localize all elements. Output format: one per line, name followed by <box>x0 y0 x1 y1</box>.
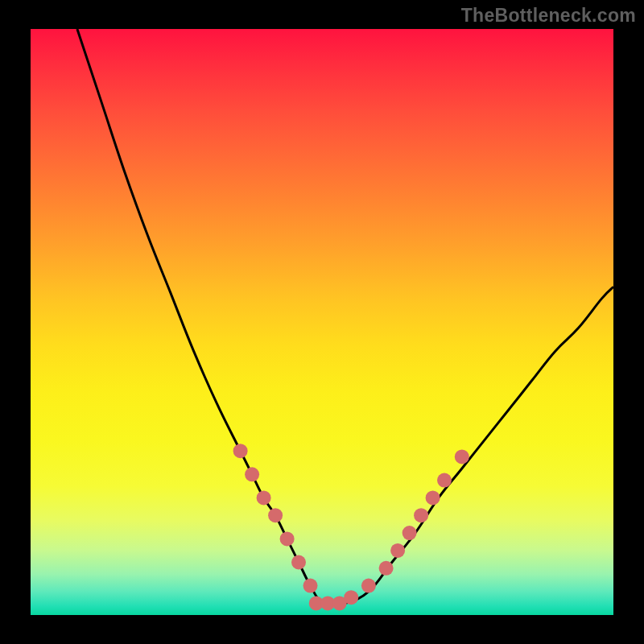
marker-point <box>361 579 376 593</box>
bottleneck-curve <box>77 29 613 605</box>
marker-point <box>455 449 469 464</box>
marker-point <box>426 490 440 505</box>
chart-svg <box>31 29 613 615</box>
marker-point <box>245 467 259 481</box>
marker-point <box>379 561 394 576</box>
marker-point <box>257 490 271 505</box>
marker-point <box>233 444 248 458</box>
marker-point <box>280 531 295 546</box>
marker-point <box>303 579 318 593</box>
marker-point <box>437 473 452 488</box>
marker-point <box>414 508 428 522</box>
marker-point <box>402 526 417 540</box>
plot-area <box>31 29 613 615</box>
chart-frame: TheBottleneck.com <box>0 0 644 644</box>
chart-title <box>0 0 1 1</box>
marker-point <box>390 543 405 558</box>
watermark-text: TheBottleneck.com <box>461 5 636 27</box>
marker-point <box>291 555 306 570</box>
marker-group <box>233 444 469 610</box>
marker-point <box>344 590 358 605</box>
marker-point <box>268 508 283 522</box>
